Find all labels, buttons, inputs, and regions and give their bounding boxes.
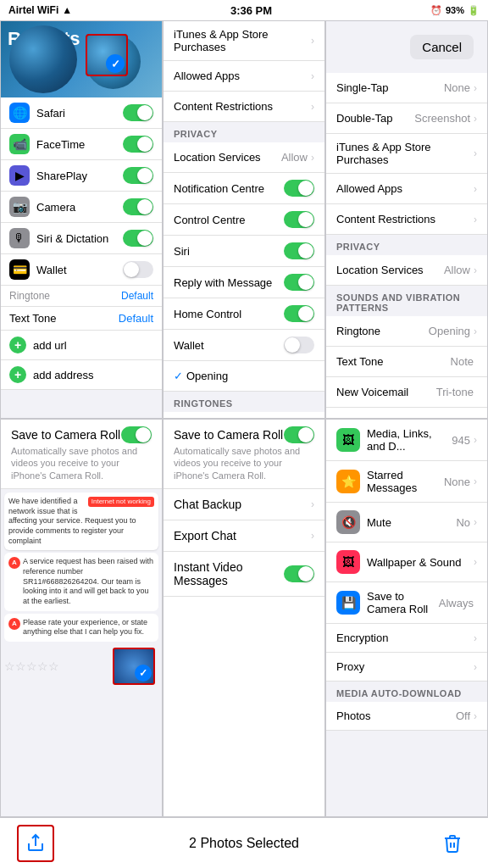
photos-label: Photos: [336, 709, 456, 722]
add-url-row[interactable]: + add url: [1, 331, 162, 360]
export-chat-row[interactable]: Export Chat ›: [164, 520, 324, 552]
wallpaper-sound-row[interactable]: 🖼 Wallpaper & Sound ›: [326, 542, 487, 582]
single-tap-row[interactable]: Single-Tap None ›: [326, 73, 487, 103]
app-item-camera[interactable]: 📷 Camera: [1, 192, 162, 223]
complaint-text-3: Please rate your experience, or state an…: [23, 618, 154, 637]
safari-icon: 🌐: [9, 103, 30, 123]
shareplay-toggle[interactable]: [123, 167, 153, 184]
content-restrictions-row-tr[interactable]: Content Restrictions ›: [326, 204, 487, 235]
save-to-camera-roll-section: Save to Camera Roll Automatically save p…: [1, 420, 162, 489]
double-tap-label: Double-Tap: [336, 112, 414, 125]
new-voicemail-label: New Voicemail: [336, 386, 436, 398]
battery-icon: 🔋: [468, 5, 480, 16]
text-tone-row[interactable]: Text Tone Default: [1, 307, 162, 331]
itunes-purchases-row[interactable]: iTunes & App Store Purchases ›: [164, 21, 324, 61]
ringtone-row[interactable]: Ringtone Default: [1, 286, 162, 307]
delete-button[interactable]: [434, 825, 471, 862]
home-control-row[interactable]: Home Control: [164, 298, 324, 330]
app-item-siri[interactable]: 🎙 Siri & Dictation: [1, 223, 162, 254]
camera-toggle[interactable]: [123, 198, 153, 215]
siri-toggle[interactable]: [123, 230, 153, 247]
mute-chevron: ›: [474, 516, 477, 528]
proxy-row[interactable]: Proxy ›: [326, 653, 487, 682]
app-list: 🌐 Safari 📹 FaceTime ▶ SharePlay 📷 Camera: [1, 97, 162, 286]
share-button[interactable]: [17, 825, 54, 862]
app-item-wallet[interactable]: 💳 Wallet: [1, 254, 162, 286]
reply-with-message-row[interactable]: Reply with Message: [164, 267, 324, 298]
save-to-camera-roll-br-row[interactable]: 💾 Save to Camera Roll Always: [326, 582, 487, 624]
earth-thumbnail-2[interactable]: ✓: [86, 34, 141, 89]
home-control-toggle[interactable]: [284, 305, 314, 322]
ringtone-row-tr[interactable]: Ringtone Opening ›: [326, 316, 487, 347]
media-links-row[interactable]: 🖼 Media, Links, and D... 945 ›: [326, 420, 487, 461]
wallet-settings-row[interactable]: Wallet: [164, 330, 324, 361]
new-mail-row[interactable]: New Mail None: [326, 408, 487, 419]
content-restrictions-row[interactable]: Content Restrictions ›: [164, 92, 324, 122]
double-tap-value: Screenshot: [414, 112, 470, 125]
starred-messages-row[interactable]: ⭐ Starred Messages None ›: [326, 461, 487, 503]
location-services-label: Location Services: [174, 151, 281, 164]
photos-chevron: ›: [474, 710, 477, 722]
content-restrictions-chevron: ›: [311, 101, 314, 113]
safari-toggle[interactable]: [123, 104, 153, 121]
instant-video-row[interactable]: Instant Video Messages: [164, 552, 324, 597]
control-centre-row[interactable]: Control Centre: [164, 204, 324, 236]
stars-icon: ☆☆☆☆☆: [4, 659, 59, 673]
opening-row[interactable]: ✓ Opening: [164, 361, 324, 392]
encryption-label: Encryption: [336, 632, 474, 644]
reply-with-message-label: Reply with Message: [174, 276, 284, 289]
siri-settings-toggle[interactable]: [284, 242, 314, 259]
add-address-row[interactable]: + add address: [1, 360, 162, 390]
chat-backup-row[interactable]: Chat Backup ›: [164, 489, 324, 520]
wallpaper-icon: 🖼: [336, 550, 360, 574]
save-toggle-mid[interactable]: [284, 426, 314, 443]
earth-thumbnail-1[interactable]: [9, 25, 77, 93]
complaint-card-3: A Please rate your experience, or state …: [4, 614, 158, 642]
wallet-toggle[interactable]: [123, 261, 153, 278]
itunes-purchases-row-tr[interactable]: iTunes & App Store Purchases ›: [326, 134, 487, 174]
starred-messages-chevron: ›: [474, 476, 477, 487]
ringtone-value-tr: Opening: [429, 325, 470, 337]
wallet-settings-toggle[interactable]: [284, 337, 314, 353]
double-tap-row[interactable]: Double-Tap Screenshot ›: [326, 103, 487, 134]
panel-complaints: Save to Camera Roll Automatically save p…: [0, 419, 163, 817]
wallpaper-sound-label: Wallpaper & Sound: [367, 556, 474, 569]
siri-row[interactable]: Siri: [164, 236, 324, 267]
reply-with-message-toggle[interactable]: [284, 274, 314, 291]
app-item-safari[interactable]: 🌐 Safari: [1, 97, 162, 129]
notification-centre-row[interactable]: Notification Centre: [164, 173, 324, 204]
selected-thumbnail-bl[interactable]: ✓: [113, 648, 155, 685]
instant-video-toggle[interactable]: [284, 565, 314, 582]
location-services-row-tr[interactable]: Location Services Allow ›: [326, 255, 487, 286]
ringtones-header: RINGTONES: [164, 392, 324, 412]
text-tone-row-tr[interactable]: Text Tone Note: [326, 347, 487, 377]
media-links-chevron: ›: [474, 434, 477, 446]
cancel-button[interactable]: Cancel: [410, 35, 474, 59]
ringtone-opening-row[interactable]: Opening: [164, 412, 324, 419]
siri-icon: 🎙: [9, 228, 30, 248]
save-toggle-bl[interactable]: [121, 426, 152, 443]
new-voicemail-row[interactable]: New Voicemail Tri-tone: [326, 377, 487, 408]
wallet-icon: 💳: [9, 259, 30, 280]
text-tone-label: Text Tone: [9, 312, 119, 325]
shareplay-icon: ▶: [9, 165, 30, 186]
location-services-row[interactable]: Location Services Allow ›: [164, 142, 324, 173]
app-item-facetime[interactable]: 📹 FaceTime: [1, 129, 162, 160]
app-item-shareplay[interactable]: ▶ SharePlay: [1, 160, 162, 192]
selected-thumb-wrapper: ✓: [63, 644, 158, 688]
allowed-apps-row[interactable]: Allowed Apps ›: [164, 61, 324, 92]
save-to-camera-roll-label-br: Save to Camera Roll: [367, 590, 439, 615]
photos-row[interactable]: Photos Off ›: [326, 702, 487, 731]
mute-row[interactable]: 🔇 Mute No ›: [326, 503, 487, 542]
mute-value: No: [456, 516, 470, 529]
notification-centre-toggle[interactable]: [284, 180, 314, 197]
complaint-card-2: A A service request has been raised with…: [4, 553, 158, 610]
text-tone-value-tr: Note: [451, 355, 474, 368]
allowed-apps-row-tr[interactable]: Allowed Apps ›: [326, 174, 487, 204]
facetime-toggle[interactable]: [123, 136, 153, 153]
rating-row: ☆☆☆☆☆ ✓: [4, 644, 158, 688]
control-centre-toggle[interactable]: [284, 211, 314, 228]
app-name-facetime: FaceTime: [36, 138, 123, 151]
proxy-chevron: ›: [474, 661, 477, 673]
encryption-row[interactable]: Encryption ›: [326, 624, 487, 653]
